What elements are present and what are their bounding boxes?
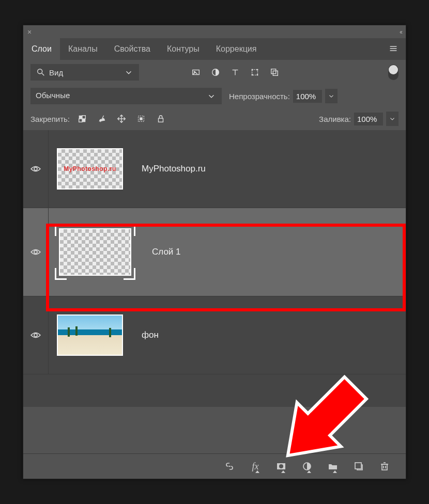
svg-rect-15 [271, 69, 276, 74]
layer-thumbnail[interactable] [59, 228, 131, 276]
layer-thumbnail[interactable] [57, 314, 123, 356]
filter-shape-icon[interactable] [250, 67, 260, 77]
filter-type-icon[interactable] [230, 67, 240, 77]
svg-rect-12 [257, 69, 258, 71]
svg-rect-25 [140, 117, 142, 120]
svg-point-3 [38, 69, 42, 74]
tab-paths[interactable]: Контуры [159, 38, 208, 60]
blend-mode-value: Обычные [36, 91, 70, 101]
blend-row: Обычные Непрозрачность: 100% [23, 85, 406, 107]
fill-value[interactable]: 100% [354, 113, 383, 125]
svg-rect-14 [257, 74, 258, 76]
opacity-value[interactable]: 100% [293, 90, 322, 103]
layer-name[interactable]: фон [142, 330, 159, 340]
new-group-icon[interactable] [327, 461, 339, 472]
svg-rect-17 [79, 116, 82, 119]
svg-rect-16 [273, 71, 278, 75]
filter-smart-icon[interactable] [269, 67, 280, 77]
layers-list: MyPhotoshop.ru MyPhotoshop.ru Слой 1 [23, 130, 406, 407]
svg-rect-11 [252, 69, 253, 71]
svg-point-29 [34, 334, 37, 337]
panel-titlebar: × ‹‹ [23, 25, 406, 38]
layer-row[interactable]: фон [23, 296, 406, 374]
lock-row: Закрепить: Заливка: 100% [23, 107, 406, 130]
layers-panel: × ‹‹ Слои Каналы Свойства Контуры Коррек… [23, 25, 406, 479]
tab-adjustments[interactable]: Коррекция [208, 38, 265, 60]
layer-name[interactable]: Слой 1 [152, 247, 181, 257]
visibility-eye-icon[interactable] [30, 165, 41, 172]
thumb-overlay-text: MyPhotoshop.ru [64, 165, 116, 172]
filter-toggle[interactable] [388, 65, 399, 80]
adjustment-layer-icon[interactable] [301, 461, 313, 472]
panel-tabs: Слои Каналы Свойства Контуры Коррекция [23, 38, 406, 60]
layers-bottom-bar: fx [23, 453, 406, 479]
delete-layer-icon[interactable] [379, 461, 390, 472]
toggle-knob [389, 65, 398, 74]
svg-rect-19 [82, 116, 85, 119]
svg-rect-34 [355, 463, 361, 469]
svg-rect-42 [307, 413, 331, 437]
layer-name[interactable]: MyPhotoshop.ru [142, 164, 206, 174]
visibility-eye-icon[interactable] [30, 332, 41, 339]
link-layers-icon[interactable] [224, 461, 235, 472]
panel-menu-icon[interactable] [388, 44, 399, 54]
fill-label: Заливка: [319, 115, 351, 123]
filter-adjustment-icon[interactable] [210, 67, 221, 77]
lock-transparent-icon[interactable] [77, 114, 87, 124]
lock-image-icon[interactable] [97, 114, 107, 124]
lock-label: Закрепить: [30, 115, 70, 123]
new-layer-icon[interactable] [353, 461, 364, 472]
blend-mode-dropdown[interactable]: Обычные [30, 88, 222, 104]
svg-rect-26 [159, 118, 163, 122]
svg-point-6 [194, 71, 195, 72]
filter-label: Вид [49, 68, 63, 77]
tab-properties[interactable]: Свойства [106, 38, 159, 60]
opacity-label: Непрозрачность: [229, 92, 290, 101]
lock-all-icon[interactable] [156, 114, 166, 124]
visibility-eye-icon[interactable] [30, 248, 41, 256]
layer-row[interactable]: MyPhotoshop.ru MyPhotoshop.ru [23, 130, 406, 208]
search-icon [36, 67, 46, 77]
svg-rect-18 [82, 119, 85, 122]
svg-point-32 [279, 464, 283, 468]
svg-point-28 [34, 250, 37, 254]
lock-position-icon[interactable] [116, 114, 127, 124]
filter-icons [191, 67, 280, 77]
fill-dropdown-button[interactable] [386, 112, 399, 126]
tab-layers[interactable]: Слои [23, 38, 60, 60]
filter-row: Вид [23, 60, 406, 85]
svg-rect-35 [382, 464, 387, 470]
tab-channels[interactable]: Каналы [60, 38, 106, 60]
svg-point-27 [34, 167, 37, 170]
layer-row[interactable]: Слой 1 [23, 208, 406, 296]
filter-pixel-icon[interactable] [191, 67, 201, 77]
collapse-icon[interactable]: ‹‹ [400, 28, 402, 36]
opacity-dropdown-button[interactable] [325, 89, 338, 103]
layer-thumbnail[interactable]: MyPhotoshop.ru [57, 148, 123, 190]
svg-rect-13 [252, 74, 253, 76]
add-mask-icon[interactable] [275, 461, 287, 472]
svg-rect-20 [79, 119, 82, 122]
filter-type-dropdown[interactable]: Вид [30, 64, 139, 81]
chevron-down-icon [124, 67, 134, 77]
svg-line-4 [42, 73, 44, 76]
chevron-down-icon [206, 91, 217, 101]
lock-artboard-icon[interactable] [136, 114, 146, 124]
close-icon[interactable]: × [27, 28, 32, 36]
layer-style-icon[interactable]: fx [250, 461, 261, 472]
